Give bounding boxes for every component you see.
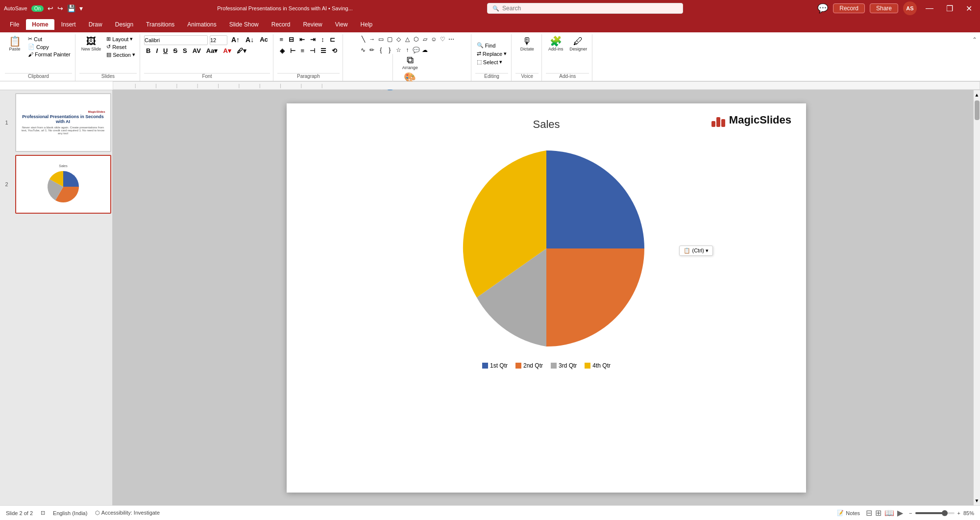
- shape-cylinder[interactable]: ⬡: [412, 35, 420, 43]
- comment-icon[interactable]: 💬: [817, 3, 828, 14]
- tab-slideshow[interactable]: Slide Show: [223, 19, 265, 30]
- select-button[interactable]: ⬚ Select ▾: [475, 58, 504, 66]
- shadow-button[interactable]: S: [181, 47, 189, 56]
- highlight-btn[interactable]: 🖊▾: [235, 47, 248, 56]
- justify-btn[interactable]: ☰: [318, 47, 328, 56]
- minimize-button[interactable]: —: [922, 4, 937, 13]
- slide-thumb-1[interactable]: 1 MagicSlides Professional Presentations…: [15, 93, 111, 152]
- share-button-title[interactable]: Share: [870, 3, 898, 13]
- copy-button[interactable]: 📄 Copy: [26, 43, 72, 50]
- zoom-bar[interactable]: [915, 512, 955, 514]
- shape-freeform[interactable]: ✏: [368, 46, 376, 54]
- section-button[interactable]: ▤ Section ▾: [105, 51, 137, 58]
- font-size-input[interactable]: [210, 35, 227, 45]
- align-right-btn[interactable]: ⊣: [308, 47, 317, 56]
- tab-draw[interactable]: Draw: [83, 19, 108, 30]
- numbered-list-btn[interactable]: ⊟: [287, 35, 296, 45]
- slide-panel-toggle-icon[interactable]: ⊡: [41, 510, 45, 516]
- cut-button[interactable]: ✂ Cut: [26, 35, 72, 43]
- columns-btn[interactable]: ⊏: [328, 35, 337, 45]
- notes-button[interactable]: 📝 Notes: [837, 510, 860, 516]
- new-slide-button[interactable]: 🖼 New Slide: [79, 35, 103, 52]
- decrease-indent-btn[interactable]: ⇤: [297, 35, 307, 45]
- collapse-icon[interactable]: ⌃: [972, 36, 977, 43]
- bold-button[interactable]: B: [144, 47, 152, 56]
- shape-more[interactable]: ⋯: [447, 35, 455, 43]
- reset-button[interactable]: ↺ Reset: [105, 43, 137, 50]
- shape-brace-r[interactable]: }: [386, 46, 393, 54]
- shape-diamond[interactable]: ◇: [394, 35, 402, 43]
- clear-format-btn[interactable]: Ac: [258, 35, 270, 45]
- strikethrough-button[interactable]: S: [171, 47, 179, 56]
- addins-button[interactable]: 🧩 Add-ins: [546, 35, 565, 52]
- align-center-btn[interactable]: ≡: [299, 47, 307, 56]
- tab-help[interactable]: Help: [355, 19, 379, 30]
- shape-roundrect[interactable]: ▢: [386, 35, 393, 43]
- redo-icon[interactable]: ↪: [57, 4, 63, 12]
- shape-heart[interactable]: ♡: [439, 35, 446, 43]
- shape-arrow-r[interactable]: →: [368, 35, 376, 43]
- user-avatar[interactable]: AS: [903, 1, 917, 15]
- slide-sorter-btn[interactable]: ⊞: [875, 508, 882, 518]
- text-direction-btn[interactable]: ⟲: [330, 47, 339, 56]
- shape-triangle[interactable]: △: [403, 35, 411, 43]
- scroll-down-arrow[interactable]: ▼: [974, 497, 980, 504]
- ribbon-collapse[interactable]: ⌃: [971, 34, 978, 81]
- slide-canvas[interactable]: MagicSlides 📋 (Ctrl) ▾ Sales: [287, 103, 806, 493]
- shape-rect[interactable]: ▭: [377, 35, 385, 43]
- zoom-thumb[interactable]: [942, 510, 948, 516]
- shape-brace-l[interactable]: {: [377, 46, 385, 54]
- restore-button[interactable]: ❐: [942, 4, 957, 13]
- shape-arrow-up[interactable]: ↑: [403, 46, 411, 54]
- search-bar[interactable]: 🔍: [487, 3, 683, 14]
- align-left-btn[interactable]: ⊢: [288, 47, 297, 56]
- shape-callout[interactable]: 💬: [412, 46, 420, 54]
- record-button-title[interactable]: Record: [833, 3, 865, 13]
- shape-cloud[interactable]: ☁: [421, 46, 429, 54]
- decrease-font-btn[interactable]: A↓: [244, 35, 256, 45]
- search-input[interactable]: [502, 5, 669, 12]
- shape-smiley[interactable]: ☺: [430, 35, 438, 43]
- tab-transitions[interactable]: Transitions: [140, 19, 180, 30]
- shape-curve[interactable]: ∿: [359, 46, 367, 54]
- close-button[interactable]: ✕: [962, 4, 976, 13]
- dictate-button[interactable]: 🎙 Dictate: [517, 35, 537, 52]
- shape-line[interactable]: ╲: [359, 35, 367, 43]
- line-spacing-btn[interactable]: ↕: [319, 35, 326, 45]
- arrange-button[interactable]: ⧉ Arrange: [396, 54, 424, 71]
- slideshow-btn[interactable]: ▶: [897, 508, 903, 518]
- tab-file[interactable]: File: [4, 19, 25, 30]
- font-name-input[interactable]: [144, 35, 208, 45]
- shape-star[interactable]: ☆: [394, 46, 402, 54]
- reading-view-btn[interactable]: 📖: [884, 508, 894, 518]
- bullet-list-btn[interactable]: ≡: [278, 35, 286, 45]
- underline-button[interactable]: U: [161, 47, 170, 56]
- change-case-btn[interactable]: Aa▾: [204, 47, 220, 56]
- zoom-in-btn[interactable]: +: [957, 510, 960, 516]
- smart-art-btn[interactable]: ◈: [278, 47, 287, 56]
- zoom-control[interactable]: − + 85%: [909, 510, 974, 516]
- char-spacing-btn[interactable]: AV: [191, 47, 203, 56]
- tab-record[interactable]: Record: [266, 19, 296, 30]
- zoom-out-btn[interactable]: −: [909, 510, 912, 516]
- paste-tooltip[interactable]: 📋 (Ctrl) ▾: [679, 246, 713, 256]
- tab-insert[interactable]: Insert: [55, 19, 82, 30]
- designer-button[interactable]: 🖊 Designer: [567, 35, 589, 52]
- tab-review[interactable]: Review: [297, 19, 328, 30]
- format-painter-button[interactable]: 🖌 Format Painter: [26, 51, 72, 58]
- shape-parallelogram[interactable]: ▱: [421, 35, 429, 43]
- tab-home[interactable]: Home: [26, 19, 54, 30]
- vertical-scrollbar[interactable]: ▲ ▼: [973, 90, 980, 505]
- slide-thumb-2[interactable]: 2 Sales: [15, 155, 111, 214]
- save-icon[interactable]: 💾: [67, 4, 75, 12]
- tab-animations[interactable]: Animations: [181, 19, 222, 30]
- increase-indent-btn[interactable]: ⇥: [308, 35, 318, 45]
- undo-icon[interactable]: ↩: [48, 4, 53, 12]
- scroll-thumb[interactable]: [975, 100, 980, 120]
- replace-button[interactable]: ⇄ Replace ▾: [475, 50, 508, 57]
- autosave-toggle[interactable]: On: [31, 5, 44, 12]
- tab-design[interactable]: Design: [109, 19, 139, 30]
- italic-button[interactable]: I: [154, 47, 160, 56]
- find-button[interactable]: 🔍 Find: [475, 42, 497, 49]
- customize-icon[interactable]: ▾: [79, 4, 83, 12]
